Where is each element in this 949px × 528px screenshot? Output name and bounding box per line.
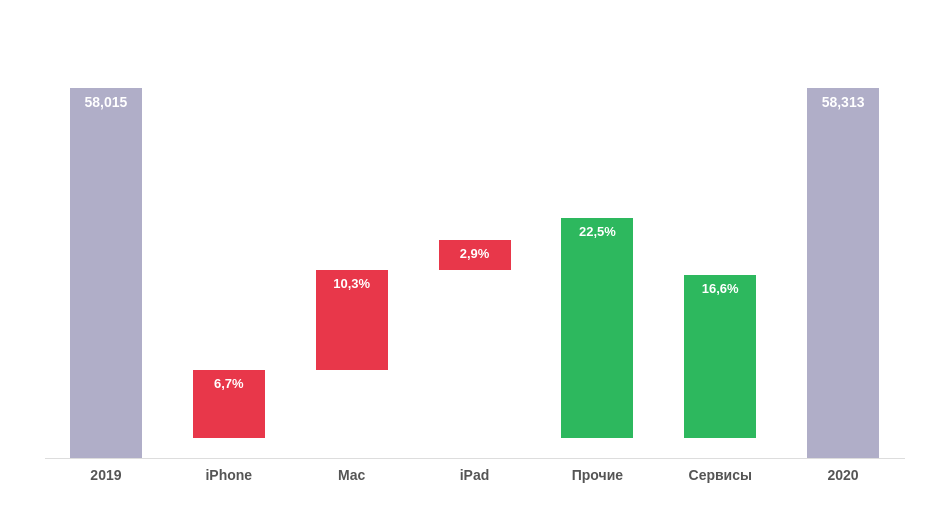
bar-servisы: 16,6% <box>684 275 756 438</box>
bar-iphone: 6,7% <box>193 370 265 438</box>
bar-group-ipad: 2,9% <box>413 68 536 458</box>
bar-group-2020: 58,313 <box>782 68 905 458</box>
x-label-servisы: Сервисы <box>659 467 782 509</box>
x-axis: 2019iPhoneMaciPadПрочиеСервисы2020 <box>25 459 925 509</box>
bar-value-ipad: 2,9% <box>454 240 496 265</box>
bar-group-servisы: 16,6% <box>659 68 782 458</box>
bar-group-2019: 58,015 <box>45 68 168 458</box>
x-label-iphone: iPhone <box>167 467 290 509</box>
bar-2020: 58,313 <box>807 88 879 458</box>
bar-2019: 58,015 <box>70 88 142 458</box>
bar-value-2019: 58,015 <box>79 88 134 114</box>
x-label-ipad: iPad <box>413 467 536 509</box>
x-label-prochie: Прочие <box>536 467 659 509</box>
chart-area: 58,0156,7%10,3%2,9%22,5%16,6%58,313 <box>25 19 925 458</box>
bar-mac: 10,3% <box>316 270 388 370</box>
x-label-2019: 2019 <box>45 467 168 509</box>
x-label-mac: Mac <box>290 467 413 509</box>
bar-value-prochie: 22,5% <box>573 218 622 243</box>
bar-value-mac: 10,3% <box>327 270 376 295</box>
chart-container: 58,0156,7%10,3%2,9%22,5%16,6%58,313 2019… <box>25 19 925 509</box>
bar-ipad: 2,9% <box>439 240 511 270</box>
bar-group-iphone: 6,7% <box>167 68 290 458</box>
bar-group-mac: 10,3% <box>290 68 413 458</box>
bar-value-2020: 58,313 <box>816 88 871 114</box>
bar-prochie: 22,5% <box>561 218 633 438</box>
x-label-2020: 2020 <box>782 467 905 509</box>
bar-value-iphone: 6,7% <box>208 370 250 395</box>
bar-group-prochie: 22,5% <box>536 68 659 458</box>
bar-value-servisы: 16,6% <box>696 275 745 300</box>
